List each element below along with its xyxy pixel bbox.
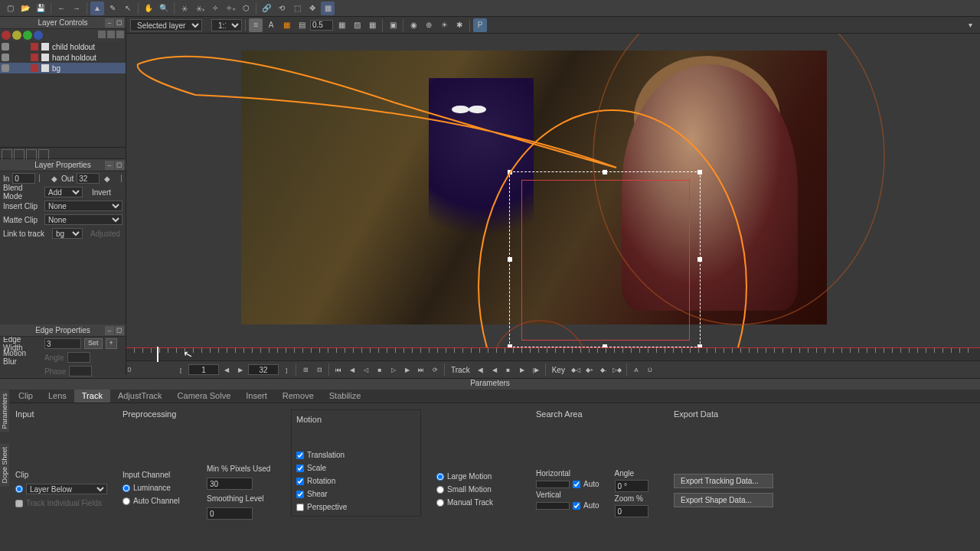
vertical-input[interactable] [536,502,570,510]
v-auto-checkbox[interactable] [573,502,580,510]
layer-row[interactable]: bg [0,63,126,73]
search-area-box[interactable] [509,171,701,347]
zoom-input[interactable] [615,505,648,517]
new-icon[interactable]: ▢ [3,2,17,15]
track-area-box[interactable] [521,180,690,341]
uberkey-icon[interactable]: Ü [644,364,656,376]
blend-select[interactable]: Add [44,187,83,197]
step-forward-icon[interactable]: ▶ [401,364,413,376]
select-tool-icon[interactable]: ▲ [90,2,104,15]
panel-max-icon[interactable]: ▢ [115,326,124,335]
stop-icon[interactable]: ■ [374,364,386,376]
redo-icon[interactable]: → [70,2,83,15]
out-next-icon[interactable]: ⎹ [114,171,122,185]
goto-start-icon[interactable]: ⏮ [332,364,345,376]
auto-channel-radio[interactable] [122,497,130,505]
large-motion-radio[interactable] [436,473,444,481]
manual-track-radio[interactable] [436,499,444,507]
del-key-icon[interactable]: ◆- [597,364,609,376]
track-stop-icon[interactable]: ■ [502,364,514,376]
gear-icon[interactable]: ✱ [452,18,466,32]
play-forward-icon[interactable]: ▷ [387,364,400,376]
duplicate-icon[interactable] [107,31,115,38]
export-tracking-button[interactable]: Export Tracking Data... [674,474,773,488]
invert-label[interactable]: Invert [92,188,111,197]
play-back-icon[interactable]: ◁ [360,364,372,376]
translation-checkbox[interactable] [296,452,304,459]
stabilize-view-icon[interactable]: ⊕ [422,18,436,32]
goto-end-icon[interactable]: ⏭ [415,364,427,376]
track-forward-icon[interactable]: ▶ [516,364,528,376]
alpha-icon[interactable]: A [264,18,278,32]
green-toggle-icon[interactable] [23,31,32,40]
scale-checkbox[interactable] [296,465,304,472]
add-bezier-icon[interactable]: ✧₊ [224,2,237,15]
tab-adjusttrack[interactable]: AdjustTrack [110,390,170,403]
zoom-out-icon[interactable]: ⊟ [313,364,325,376]
min-pixels-input[interactable] [207,478,253,490]
blue-toggle-icon[interactable] [34,31,43,40]
loop-icon[interactable]: ⟳ [429,364,441,376]
layer-mode-select[interactable]: Selected layer [130,19,202,31]
horizontal-input[interactable] [536,481,570,488]
panel-max-icon[interactable]: ▢ [115,161,124,170]
arrow-tool-icon[interactable]: ↖ [121,2,135,15]
track-forward-end-icon[interactable]: |▶ [530,364,542,376]
layer-below-radio[interactable] [15,485,23,493]
small-motion-radio[interactable] [436,486,444,494]
in-input[interactable] [12,173,35,184]
prev-key-icon[interactable]: ◆◁ [570,364,582,376]
rgb-icon[interactable]: ☰ [249,18,263,32]
angle-input[interactable] [615,480,648,492]
insert-select[interactable]: None [44,201,122,211]
current-frame-input[interactable] [188,364,219,375]
layer-row[interactable]: hand holdout [0,52,126,63]
tab-lens[interactable]: Lens [41,390,74,403]
add-xspline-icon[interactable]: ⚹₊ [193,2,207,15]
rotation-checkbox[interactable] [296,478,304,485]
tab-track[interactable]: Track [74,390,110,403]
in-set-icon[interactable]: ◆ [50,171,58,185]
hand-tool-icon[interactable]: ✋ [142,2,155,15]
undo-icon[interactable]: ← [54,2,68,15]
panel-min-icon[interactable]: – [105,326,114,335]
zoom-in-icon[interactable]: ⊞ [299,364,312,376]
grid-icon[interactable]: ▦ [365,18,379,32]
zoom-select[interactable]: 1:1 [211,19,242,31]
zoom-tool-icon[interactable]: 🔍 [157,2,171,15]
edge-width-input[interactable] [44,338,81,349]
tab-clip[interactable]: Clip [11,390,41,403]
side-tab-dopesheet[interactable]: Dope Sheet [0,444,9,487]
panel-max-icon[interactable]: ▢ [115,18,124,28]
in-point-icon[interactable]: [ [175,364,187,376]
transform-icon[interactable]: ⬚ [290,2,304,15]
link-select[interactable]: bg [52,228,83,239]
planar-icon[interactable]: ▦ [321,2,335,15]
attach-icon[interactable]: 🔗 [260,2,273,15]
tab-insert[interactable]: Insert [238,390,275,403]
clip-select[interactable]: Layer Below [26,484,107,494]
bezier-tool-icon[interactable]: ✧ [208,2,222,15]
track-back-icon[interactable]: ◀ [488,364,501,376]
side-tab-parameters[interactable]: Parameters [0,390,9,432]
show-planar-icon[interactable]: ▣ [386,18,400,32]
set-in-icon[interactable]: ◀ [220,364,233,376]
smoothing-input[interactable] [207,507,253,520]
xspline-tool-icon[interactable]: ⚹ [178,2,191,15]
tab-camerasolve[interactable]: Camera Solve [170,390,239,403]
brightness-icon[interactable]: ☀ [437,18,451,32]
red-toggle-icon[interactable] [2,31,11,40]
move-icon[interactable]: ✥ [305,2,319,15]
group-icon[interactable] [98,31,106,38]
h-auto-checkbox[interactable] [573,481,580,488]
panel-min-icon[interactable]: – [105,161,114,170]
delete-layer-icon[interactable] [116,31,124,38]
save-icon[interactable]: 💾 [34,2,47,15]
magnetic-tool-icon[interactable]: ⬡ [239,2,253,15]
set-out-icon[interactable]: ▶ [234,364,247,376]
autokey-icon[interactable]: A [630,364,642,376]
tab-remove[interactable]: Remove [275,390,322,403]
playhead[interactable] [157,347,158,362]
matte-select[interactable]: None [44,214,122,225]
plus-button[interactable]: + [106,338,117,349]
